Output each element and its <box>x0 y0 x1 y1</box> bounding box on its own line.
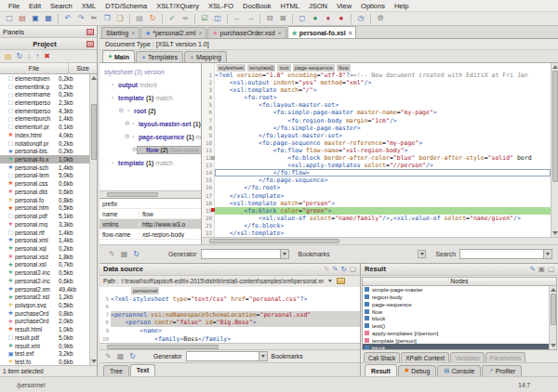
attribute-row[interactable]: prefix <box>100 199 201 209</box>
file-row[interactable]: ★personal2.xm49,4kb <box>0 285 89 294</box>
file-row[interactable]: ★test.fo0,6kb <box>0 358 89 365</box>
file-row[interactable]: ★personal.fo0,8kb <box>0 196 89 204</box>
sync-icon[interactable]: ↻ <box>341 266 347 273</box>
menu-json[interactable]: JSON <box>304 2 332 10</box>
tab-close-icon[interactable]: × <box>131 30 135 36</box>
menu-dtd-schema[interactable]: DTD/Schema <box>100 2 152 10</box>
menu-search[interactable]: Search <box>46 2 77 10</box>
result-node-row[interactable]: block <box>363 344 549 349</box>
result-node-row[interactable]: apply-templates [//person] <box>363 330 549 337</box>
file-row[interactable]: ★personal.htm0,5kb <box>0 204 89 213</box>
path-chip[interactable]: stylesheet <box>217 64 246 72</box>
data-source-tab-tree[interactable]: Tree <box>103 365 129 376</box>
code-line[interactable]: </fo:layout-master-set> <box>215 132 551 139</box>
preview-icon[interactable]: ◻ <box>297 13 308 24</box>
editor-vscrollbar[interactable] <box>551 63 558 237</box>
columns-icon[interactable]: ◫ <box>212 13 223 24</box>
code-area[interactable]: stylesheettemplate[]rootpage-sequenceflo… <box>215 63 551 237</box>
context-tab-parameters[interactable]: Parameters <box>485 352 526 362</box>
file-row[interactable]: ★purchaseOrd2,0kb <box>0 318 89 326</box>
outline-item-template[interactable]: ▫template(1)match <box>100 156 201 169</box>
outline-hscrollbar[interactable] <box>100 190 201 198</box>
document-tab-personal-fo-xsl[interactable]: ★personal-fo.xsl× <box>287 26 357 38</box>
code-line[interactable]: </xsl:template> <box>215 229 551 237</box>
edit-node-icon[interactable]: ✎ <box>105 353 112 360</box>
debug-icon[interactable]: ⚙ <box>375 13 386 24</box>
file-row[interactable]: ★personal2-inc0,5kb <box>0 268 89 277</box>
outline-item-root[interactable]: ⊖▫root(2) <box>100 104 201 117</box>
redo-icon[interactable]: ↷ <box>75 13 86 24</box>
code-line[interactable]: <xsl:apply-templates select="//person"/> <box>215 162 551 169</box>
view-tab-templates[interactable]: ✦Templates <box>136 51 183 62</box>
file-row[interactable]: ★index.html4,0kb <box>0 131 89 139</box>
file-row[interactable]: ▢personal-tem5,0kb <box>0 172 89 180</box>
file-row[interactable]: ★personal.css0,6kb <box>0 179 89 188</box>
grid-view-icon[interactable]: ▦ <box>117 353 125 360</box>
outline-item-stylesheet[interactable]: stylesheet(3)version <box>100 65 201 78</box>
document-tab-purchaseOrder-xsd[interactable]: ★purchaseOrder.xsd× <box>207 27 286 38</box>
file-row[interactable]: ▢notationgif.pr0,2kb <box>0 139 89 148</box>
crumb-personnel[interactable]: personnel <box>131 287 159 294</box>
import-file-icon[interactable]: ↓ <box>27 53 31 60</box>
validate-icon[interactable]: ☑ <box>199 13 210 24</box>
file-row[interactable]: ▢personal.rtf1,4kb <box>0 229 89 237</box>
code-line[interactable]: </fo:simple-page-master> <box>215 124 551 132</box>
context-tab-variables[interactable]: Variables <box>450 352 485 362</box>
file-row[interactable]: ★personal.xql0,2kb <box>0 244 89 253</box>
tab-close-icon[interactable]: × <box>278 30 282 36</box>
code-line[interactable]: </fo:page-sequence> <box>215 176 551 184</box>
menu-xml[interactable]: XML <box>77 2 100 10</box>
result-node-row[interactable]: block <box>363 315 549 322</box>
file-row[interactable]: ★personal-bis.0,2kb <box>0 147 89 155</box>
file-row[interactable]: ★result.xml0,9kb <box>0 342 89 350</box>
context-tab-call-stack[interactable]: Call Stack <box>364 352 400 362</box>
code-line[interactable]: <name> <box>111 327 360 335</box>
element-outline-tree[interactable]: stylesheet(3)version▫outputindent▫templa… <box>100 63 201 190</box>
code-line[interactable]: <xsl:template match="/"> <box>215 86 551 94</box>
record-icon[interactable]: ● <box>336 13 347 24</box>
code-line[interactable]: </xsl:template> <box>215 192 551 200</box>
file-row[interactable]: ▣test.exf3,2kb <box>0 349 89 358</box>
code-line[interactable]: <fo:root> <box>215 94 551 101</box>
save-result-icon[interactable]: ▣ <box>538 266 545 273</box>
code-line[interactable]: <xsl:value-of select="name/family"/>,<xs… <box>215 215 551 222</box>
bottom-tab-console[interactable]: ▤Console <box>437 365 481 376</box>
data-source-tab-text[interactable]: Text <box>130 364 155 376</box>
tab-close-icon[interactable]: × <box>349 30 352 36</box>
split-horizontal-icon[interactable]: ⊟ <box>264 13 275 24</box>
code-line[interactable]: <fo:page-sequence master-reference="my-p… <box>215 139 551 147</box>
path-dropdown-icon[interactable] <box>326 278 334 285</box>
file-row[interactable]: ▢personal.pdf5,1kb <box>0 212 89 220</box>
editor-hscrollbar[interactable] <box>202 237 558 244</box>
file-row[interactable]: ▢result.pdf5,0kb <box>0 333 89 342</box>
file-row[interactable]: ▢elementname0,2kb <box>0 90 89 98</box>
code-line[interactable]: <personnel xsi:noNamespaceSchemaLocation… <box>111 311 360 320</box>
code-line[interactable]: <xsl:output indent="yes" method="xml"/> <box>215 79 551 86</box>
menu-help[interactable]: Help <box>390 2 413 10</box>
file-row[interactable]: ★personal.xml1,4kb <box>0 236 89 244</box>
bottom-tab-profiler[interactable]: ↗Profiler <box>482 365 522 376</box>
file-row[interactable]: ▢elementperso2,3kb <box>0 98 89 107</box>
menu-file[interactable]: File <box>4 2 24 10</box>
bookmarks-select[interactable] <box>334 249 427 259</box>
refresh-icon[interactable]: ↻ <box>147 13 158 24</box>
file-list-scrollbar[interactable] <box>89 74 97 365</box>
menu-docbook[interactable]: DocBook <box>238 2 275 10</box>
remove-file-icon[interactable]: ✖ <box>44 53 50 60</box>
code-line[interactable]: <family>Boss</family> <box>111 335 360 344</box>
menu-html[interactable]: HTML <box>275 2 303 10</box>
result-node-row[interactable]: region-body <box>363 294 549 301</box>
forward-icon[interactable]: → <box>245 13 256 24</box>
copy-icon[interactable]: ❐ <box>101 13 113 24</box>
outline-item-layout-master-set[interactable]: ⊖▫layout-master-set(1) <box>100 117 201 130</box>
maximize-icon[interactable]: ▢ <box>350 266 356 273</box>
split-vertical-icon[interactable]: ⊞ <box>277 13 288 24</box>
timer-icon[interactable]: ◷ <box>355 13 366 24</box>
search-input[interactable] <box>459 249 552 259</box>
file-row[interactable]: ★personal-sch1,4kb <box>0 163 89 172</box>
nodes-column-header[interactable]: Nodes <box>362 277 557 286</box>
file-row[interactable]: ★personal2.xsl1,2kb <box>0 293 89 301</box>
outline-item-template[interactable]: ▫template(1)match <box>100 91 201 104</box>
file-row[interactable]: ▢elementgiven0,2kb <box>0 74 89 83</box>
open-project-icon[interactable]: ▤ <box>5 53 12 60</box>
